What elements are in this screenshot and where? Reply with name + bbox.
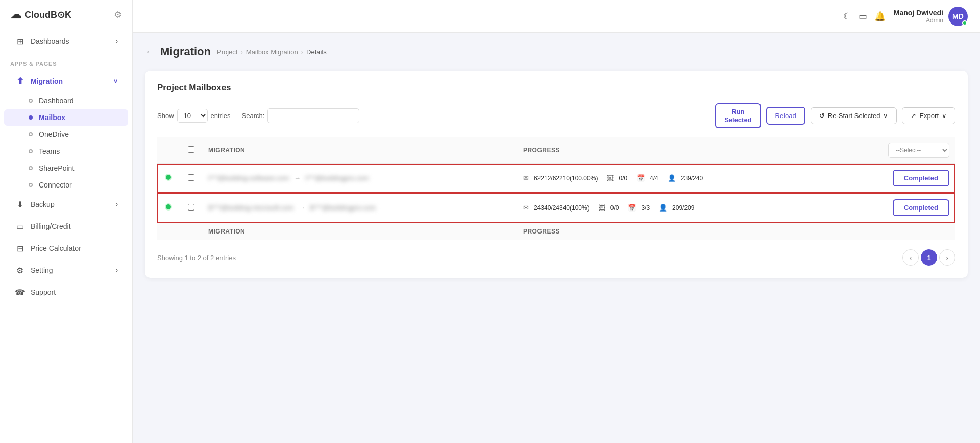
row-checkbox[interactable] — [188, 204, 194, 211]
layout-icon[interactable]: ▭ — [859, 11, 867, 22]
sidebar-settings-icon[interactable]: ⚙ — [114, 9, 122, 20]
row-migration-col: B***@building-microsoft.com → B***@build… — [202, 193, 517, 223]
th-migration: MIGRATION — [202, 137, 517, 164]
sidebar-item-support[interactable]: ☎ Support — [4, 282, 128, 303]
show-label: Show — [157, 112, 174, 120]
table-footer: MIGRATION PROGRESS — [157, 223, 955, 241]
contact-progress: 239/240 — [681, 175, 703, 182]
table-body: t***@building-software.com → t***@buildi… — [157, 164, 955, 223]
reload-button[interactable]: Reload — [766, 107, 805, 125]
mailbox-table: MIGRATION PROGRESS --Select-- Completed … — [157, 137, 955, 240]
th-progress: PROGRESS — [517, 137, 853, 164]
table-header: MIGRATION PROGRESS --Select-- Completed … — [157, 137, 955, 164]
row-check-col — [180, 164, 202, 193]
next-page-button[interactable]: › — [939, 249, 955, 266]
restart-selected-button[interactable]: ↺ Re-Start Selected ∨ — [811, 107, 897, 124]
status-green-dot — [165, 203, 172, 211]
footer-migration: MIGRATION — [202, 223, 517, 241]
image-icon: 🖼 — [599, 204, 605, 212]
progress-email-row: ✉ 62212/62210(100.00%) 🖼 0/0 📅 4/4 👤 239… — [523, 174, 847, 182]
footer-progress: PROGRESS — [517, 223, 853, 241]
sidebar-item-onedrive[interactable]: OneDrive — [4, 126, 128, 143]
entries-label: entries — [211, 112, 231, 120]
select-all-checkbox[interactable] — [188, 146, 194, 153]
row-status-col — [157, 193, 180, 223]
migration-to: B***@buildingpro.com — [310, 204, 376, 212]
main-area: ☾ ▭ 🔔 Manoj Dwivedi Admin MD ← Migration… — [133, 0, 980, 443]
sidebar-item-price-calculator[interactable]: ⊟ Price Calculator — [4, 238, 128, 259]
sidebar-item-connector[interactable]: Connector — [4, 177, 128, 193]
bell-icon[interactable]: 🔔 — [874, 11, 886, 22]
sidebar-billing-label: Billing/Credit — [31, 222, 71, 230]
breadcrumb-mailbox[interactable]: Mailbox Migration — [246, 48, 298, 56]
sidebar-migration-label: Migration — [31, 77, 63, 85]
completed-button[interactable]: Completed — [893, 199, 949, 216]
progress-email-row: ✉ 24340/24340(100%) 🖼 0/0 📅 3/3 👤 209/20… — [523, 204, 847, 212]
back-button[interactable]: ← — [145, 46, 154, 57]
sidebar-item-migration[interactable]: ⬆ Migration ∨ — [4, 71, 128, 92]
sidebar-nav: ⊞ Dashboards › APPS & PAGES ⬆ Migration … — [0, 31, 132, 303]
completed-button[interactable]: Completed — [893, 170, 949, 186]
setting-icon: ⚙ — [14, 265, 26, 276]
table-wrap: MIGRATION PROGRESS --Select-- Completed … — [157, 137, 955, 240]
dot-icon — [29, 99, 33, 103]
export-chevron-icon: ∨ — [942, 112, 947, 120]
cal-progress: 3/3 — [641, 204, 650, 212]
email-icon: ✉ — [523, 174, 529, 182]
status-filter-select[interactable]: --Select-- Completed In Progress Failed — [888, 143, 949, 158]
prev-page-button[interactable]: ‹ — [902, 249, 919, 266]
migration-from: t***@building-software.com — [208, 174, 289, 182]
row-status-col — [157, 164, 180, 193]
migration-from: B***@building-microsoft.com — [208, 204, 293, 212]
row-action-col: Completed — [853, 164, 955, 193]
sidebar-item-setting[interactable]: ⚙ Setting › — [4, 260, 128, 281]
th-status — [157, 137, 180, 164]
sidebar-item-backup[interactable]: ⬇ Backup › — [4, 194, 128, 215]
breadcrumb-project[interactable]: Project — [217, 48, 237, 56]
sidebar-item-label: Dashboards — [31, 37, 69, 45]
avatar-online-indicator — [962, 20, 967, 26]
status-green-dot — [165, 174, 172, 181]
dark-mode-icon[interactable]: ☾ — [843, 11, 851, 22]
contact-progress: 209/209 — [672, 204, 694, 212]
showing-text: Showing 1 to 2 of 2 entries — [157, 254, 236, 262]
export-label: Export — [919, 112, 939, 120]
row-checkbox[interactable] — [188, 174, 194, 181]
dot-icon — [29, 149, 33, 153]
row-progress-col: ✉ 62212/62210(100.00%) 🖼 0/0 📅 4/4 👤 239… — [517, 164, 853, 193]
export-button[interactable]: ↗ Export ∨ — [902, 107, 955, 124]
sidebar-support-label: Support — [31, 288, 56, 296]
price-icon: ⊟ — [14, 243, 26, 254]
dot-icon — [29, 166, 33, 170]
run-selected-button[interactable]: Run Selected — [715, 103, 761, 128]
sub-label: Connector — [39, 181, 72, 189]
table-row: B***@building-microsoft.com → B***@build… — [157, 193, 955, 223]
migration-chevron-icon: ∨ — [113, 78, 118, 85]
restart-icon: ↺ — [819, 112, 825, 120]
page-1-button[interactable]: 1 — [921, 249, 937, 266]
chevron-icon: › — [116, 38, 118, 45]
backup-chevron-icon: › — [116, 201, 118, 208]
sidebar-item-billing[interactable]: ▭ Billing/Credit — [4, 216, 128, 237]
row-migration-col: t***@building-software.com → t***@buildi… — [202, 164, 517, 193]
image-progress: 0/0 — [619, 175, 627, 182]
user-role: Admin — [894, 17, 943, 24]
arrow-right-icon: → — [294, 174, 301, 182]
breadcrumb-current: Details — [306, 48, 327, 56]
sidebar-header: ☁ CloudB⊙K ⚙ — [0, 0, 132, 30]
email-progress: 24340/24340(100%) — [534, 204, 590, 212]
sidebar-item-dashboard[interactable]: Dashboard — [4, 92, 128, 109]
table-row: t***@building-software.com → t***@buildi… — [157, 164, 955, 193]
sidebar-item-teams[interactable]: Teams — [4, 143, 128, 159]
search-input[interactable] — [267, 108, 359, 123]
search-group: Search: — [242, 108, 360, 123]
entries-select[interactable]: 10 25 50 100 — [177, 109, 208, 123]
sidebar-setting-label: Setting — [31, 266, 53, 274]
avatar[interactable]: MD — [948, 7, 968, 26]
sidebar-item-dashboards[interactable]: ⊞ Dashboards › — [4, 31, 128, 52]
user-name: Manoj Dwivedi — [894, 9, 943, 17]
row-action-col: Completed — [853, 193, 955, 223]
sub-label: Dashboard — [39, 97, 74, 105]
sidebar-item-sharepoint[interactable]: SharePoint — [4, 160, 128, 176]
sidebar-item-mailbox[interactable]: Mailbox — [4, 109, 128, 126]
